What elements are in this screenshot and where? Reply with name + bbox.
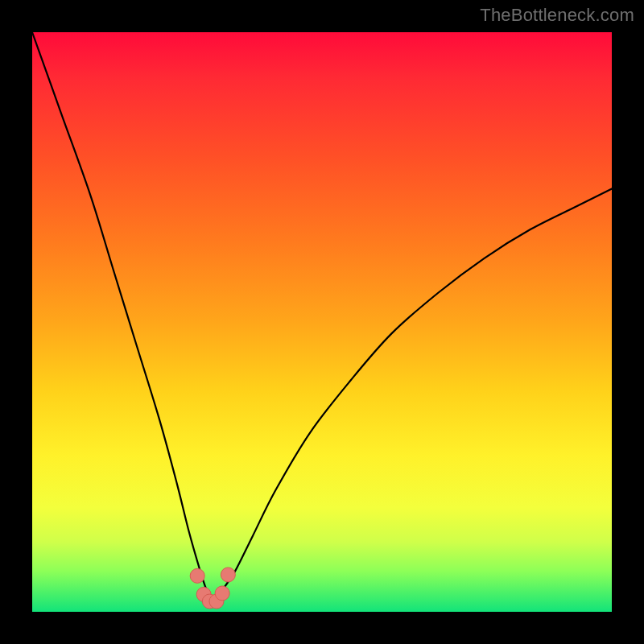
bottleneck-curve-svg <box>32 32 612 612</box>
tuning-point-marker <box>215 586 229 601</box>
tuning-point-marker <box>221 568 235 582</box>
marker-group <box>190 568 235 609</box>
watermark-text: TheBottleneck.com <box>480 5 634 26</box>
plot-area <box>32 32 612 612</box>
chart-frame: TheBottleneck.com <box>0 0 644 644</box>
bottleneck-curve-path <box>32 32 612 601</box>
tuning-point-marker <box>190 568 204 583</box>
